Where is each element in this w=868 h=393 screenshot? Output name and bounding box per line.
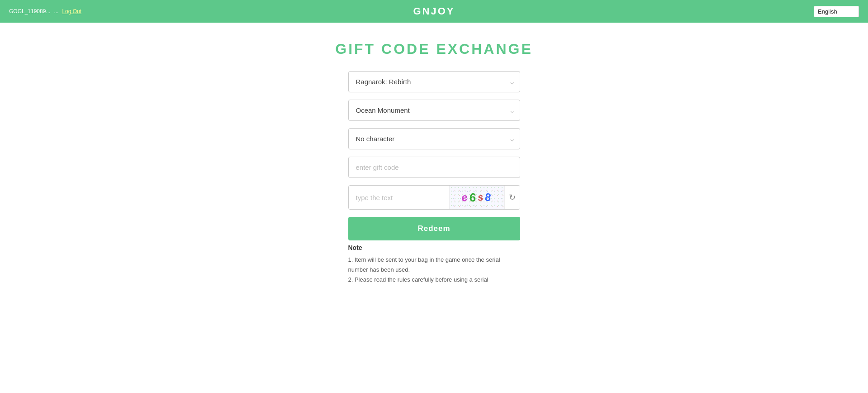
header-left: GOGL_119089... ... Log Out (9, 8, 81, 14)
gift-code-input[interactable] (348, 157, 520, 178)
gift-code-form: Ragnarok: Rebirth Ragnarok Online Ragnar… (348, 71, 520, 240)
captcha-refresh-button[interactable]: ↻ (504, 186, 520, 209)
character-select-wrapper: No character Character 1 Character 2 ⌵ (348, 128, 520, 149)
captcha-char-4: 8 (484, 191, 493, 204)
captcha-char-1: e (460, 191, 470, 204)
game-select[interactable]: Ragnarok: Rebirth Ragnarok Online Ragnar… (348, 71, 520, 92)
header-username-separator: ... (54, 8, 58, 14)
character-select[interactable]: No character Character 1 Character 2 (348, 128, 520, 149)
logout-link[interactable]: Log Out (62, 8, 81, 14)
note-item-2: 2. Please read the rules carefully befor… (348, 275, 520, 285)
captcha-image: e 6 s 8 (449, 186, 504, 209)
server-select[interactable]: Ocean Monument Server 2 Server 3 (348, 100, 520, 121)
site-logo: GNJOY (413, 5, 455, 17)
notes-section: Note 1. Item will be sent to your bag in… (348, 244, 520, 285)
notes-text: 1. Item will be sent to your bag in the … (348, 255, 520, 285)
captcha-char-3: s (477, 191, 484, 203)
redeem-button[interactable]: Redeem (348, 217, 520, 240)
captcha-char-2: 6 (469, 190, 477, 205)
header-right: English 한국어 中文 日本語 (814, 6, 859, 17)
refresh-icon: ↻ (509, 192, 516, 202)
captcha-characters: e 6 s 8 (461, 191, 492, 205)
note-item-1: 1. Item will be sent to your bag in the … (348, 255, 520, 275)
notes-title: Note (348, 244, 520, 251)
game-select-wrapper: Ragnarok: Rebirth Ragnarok Online Ragnar… (348, 71, 520, 92)
header: GOGL_119089... ... Log Out GNJOY English… (0, 0, 868, 23)
header-username: GOGL_119089... (9, 8, 50, 14)
captcha-input[interactable] (349, 186, 449, 209)
main-content: GIFT CODE EXCHANGE Ragnarok: Rebirth Rag… (0, 23, 868, 303)
language-select[interactable]: English 한국어 中文 日本語 (814, 6, 859, 17)
page-title: GIFT CODE EXCHANGE (335, 41, 532, 58)
server-select-wrapper: Ocean Monument Server 2 Server 3 ⌵ (348, 100, 520, 121)
captcha-row: e 6 s 8 ↻ (348, 185, 520, 210)
